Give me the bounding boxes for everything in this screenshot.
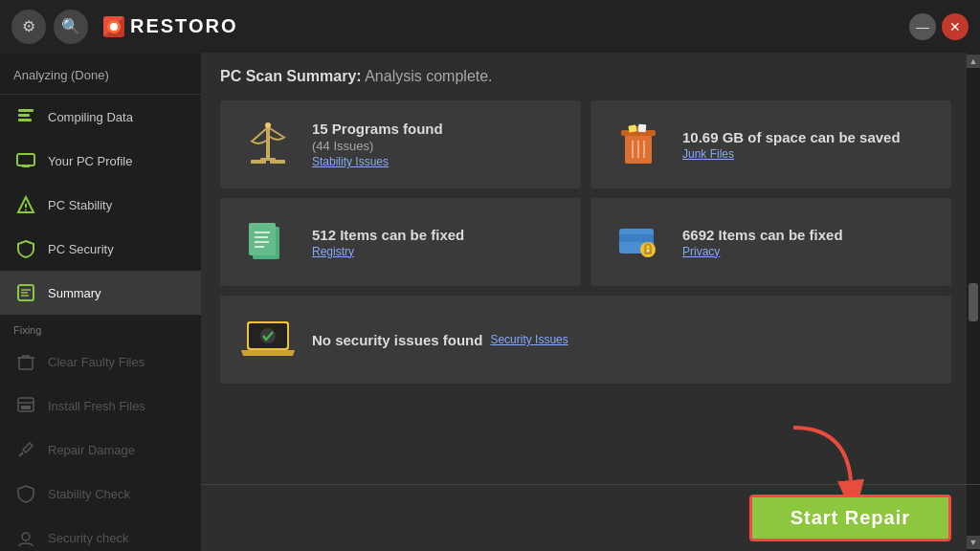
pc-stability-icon bbox=[13, 192, 38, 217]
settings-button[interactable]: ⚙ bbox=[11, 10, 46, 44]
registry-title: 512 Items can be fixed bbox=[312, 227, 464, 243]
compiling-data-label: Compiling Data bbox=[48, 110, 133, 124]
title-bar: ⚙ 🔍 RESTORO — ✕ bbox=[0, 0, 980, 53]
scrollbar[interactable]: ▲ ▼ bbox=[967, 53, 980, 551]
window-controls: — ✕ bbox=[909, 13, 969, 40]
clear-faulty-files-label: Clear Faulty Files bbox=[48, 355, 145, 369]
svg-line-29 bbox=[268, 127, 283, 137]
registry-card-content: 512 Items can be fixed Registry bbox=[312, 227, 464, 258]
sidebar-status: Analyzing (Done) bbox=[0, 60, 201, 95]
install-fresh-files-icon bbox=[13, 393, 38, 418]
privacy-card: 6692 Items can be fixed Privacy bbox=[590, 198, 951, 286]
svg-rect-24 bbox=[266, 125, 270, 160]
svg-rect-40 bbox=[249, 223, 276, 255]
app-logo: RESTORO bbox=[103, 15, 238, 37]
svg-rect-38 bbox=[638, 124, 647, 133]
scales-icon bbox=[239, 116, 297, 173]
scroll-thumb[interactable] bbox=[969, 283, 978, 321]
cards-grid: 15 Programs found (44 Issues) Stability … bbox=[220, 100, 951, 286]
space-title: 10.69 GB of space can be saved bbox=[682, 129, 901, 145]
sidebar: Analyzing (Done) Compiling Data Your PC … bbox=[0, 53, 201, 551]
svg-rect-6 bbox=[22, 165, 30, 167]
start-repair-button[interactable]: Start Repair bbox=[749, 495, 951, 541]
svg-point-49 bbox=[647, 250, 650, 253]
minimize-button[interactable]: — bbox=[909, 13, 936, 40]
title-bar-left: ⚙ 🔍 RESTORO bbox=[11, 10, 238, 44]
page-title-main: PC Scan Summary: bbox=[220, 68, 362, 84]
security-card-content: No security issues found Security Issues bbox=[312, 332, 568, 348]
programs-card-content: 15 Programs found (44 Issues) Stability … bbox=[312, 121, 443, 168]
privacy-title: 6692 Items can be fixed bbox=[682, 227, 843, 243]
svg-rect-46 bbox=[619, 234, 654, 242]
svg-rect-2 bbox=[18, 109, 33, 112]
sidebar-item-install-fresh-files: Install Fresh Files bbox=[0, 384, 201, 428]
svg-rect-3 bbox=[18, 114, 30, 117]
svg-rect-37 bbox=[628, 124, 636, 132]
svg-line-28 bbox=[253, 127, 268, 141]
programs-title: 15 Programs found bbox=[312, 121, 443, 137]
sidebar-item-your-pc-profile[interactable]: Your PC Profile bbox=[0, 139, 201, 183]
programs-card: 15 Programs found (44 Issues) Stability … bbox=[220, 100, 581, 188]
summary-icon bbox=[13, 280, 38, 305]
pc-stability-label: PC Stability bbox=[48, 198, 112, 212]
stability-check-icon bbox=[13, 481, 38, 506]
sidebar-item-pc-stability[interactable]: PC Stability bbox=[0, 183, 201, 227]
svg-point-1 bbox=[110, 23, 118, 31]
security-check-label: Security check bbox=[48, 531, 129, 545]
page-title: PC Scan Summary: Analysis complete. bbox=[220, 68, 951, 85]
sidebar-item-stability-check: Stability Check bbox=[0, 472, 201, 516]
privacy-card-content: 6692 Items can be fixed Privacy bbox=[682, 227, 843, 258]
main-layout: Analyzing (Done) Compiling Data Your PC … bbox=[0, 53, 980, 551]
space-card: 10.69 GB of space can be saved Junk File… bbox=[590, 100, 951, 188]
search-icon: 🔍 bbox=[61, 17, 80, 35]
trash-icon bbox=[610, 116, 667, 173]
security-title: No security issues found bbox=[312, 332, 482, 348]
svg-rect-21 bbox=[21, 406, 31, 409]
privacy-icon bbox=[610, 213, 667, 271]
security-card: No security issues found Security Issues bbox=[220, 296, 951, 384]
content-footer: Start Repair bbox=[201, 484, 980, 551]
repair-damage-icon bbox=[13, 437, 38, 462]
fixing-section-label: Fixing bbox=[0, 315, 201, 340]
install-fresh-files-label: Install Fresh Files bbox=[48, 399, 145, 413]
pc-profile-icon bbox=[13, 148, 38, 173]
svg-rect-4 bbox=[18, 119, 32, 121]
stability-check-label: Stability Check bbox=[48, 487, 130, 501]
security-issues-link[interactable]: Security Issues bbox=[490, 333, 568, 346]
repair-damage-label: Repair Damage bbox=[48, 443, 135, 457]
close-button[interactable]: ✕ bbox=[942, 13, 969, 40]
search-button[interactable]: 🔍 bbox=[54, 10, 88, 44]
app-name: RESTORO bbox=[130, 15, 238, 37]
svg-rect-5 bbox=[17, 154, 34, 165]
privacy-link[interactable]: Privacy bbox=[682, 245, 843, 258]
scroll-up-arrow[interactable]: ▲ bbox=[967, 55, 980, 68]
compiling-data-icon bbox=[13, 104, 38, 129]
logo-icon bbox=[103, 16, 124, 37]
svg-point-9 bbox=[25, 209, 27, 211]
sidebar-item-compiling-data[interactable]: Compiling Data bbox=[0, 95, 201, 139]
page-title-sub: Analysis complete. bbox=[365, 68, 492, 84]
content-area: ▲ ▼ PC Scan Summary: Analysis complete. bbox=[201, 53, 980, 551]
stability-issues-link[interactable]: Stability Issues bbox=[312, 155, 443, 168]
svg-point-30 bbox=[265, 122, 271, 128]
registry-icon bbox=[239, 213, 297, 271]
junk-files-link[interactable]: Junk Files bbox=[682, 147, 901, 161]
registry-link[interactable]: Registry bbox=[312, 245, 464, 258]
programs-subtitle: (44 Issues) bbox=[312, 139, 443, 153]
sidebar-item-clear-faulty-files: Clear Faulty Files bbox=[0, 340, 201, 384]
sidebar-item-pc-security[interactable]: PC Security bbox=[0, 227, 201, 271]
security-check-icon bbox=[13, 525, 38, 550]
space-card-content: 10.69 GB of space can be saved Junk File… bbox=[682, 129, 901, 161]
summary-label: Summary bbox=[48, 286, 101, 300]
sidebar-item-summary[interactable]: Summary bbox=[0, 271, 201, 315]
sidebar-item-repair-damage: Repair Damage bbox=[0, 428, 201, 472]
clear-faulty-files-icon bbox=[13, 349, 38, 374]
sidebar-item-security-check: Security check bbox=[0, 516, 201, 551]
content-inner: PC Scan Summary: Analysis complete. bbox=[201, 53, 980, 484]
pc-security-icon bbox=[13, 236, 38, 261]
svg-rect-27 bbox=[270, 160, 285, 164]
gear-icon: ⚙ bbox=[22, 17, 35, 35]
svg-line-22 bbox=[19, 452, 23, 456]
security-laptop-icon bbox=[239, 311, 297, 368]
svg-rect-26 bbox=[251, 160, 266, 164]
